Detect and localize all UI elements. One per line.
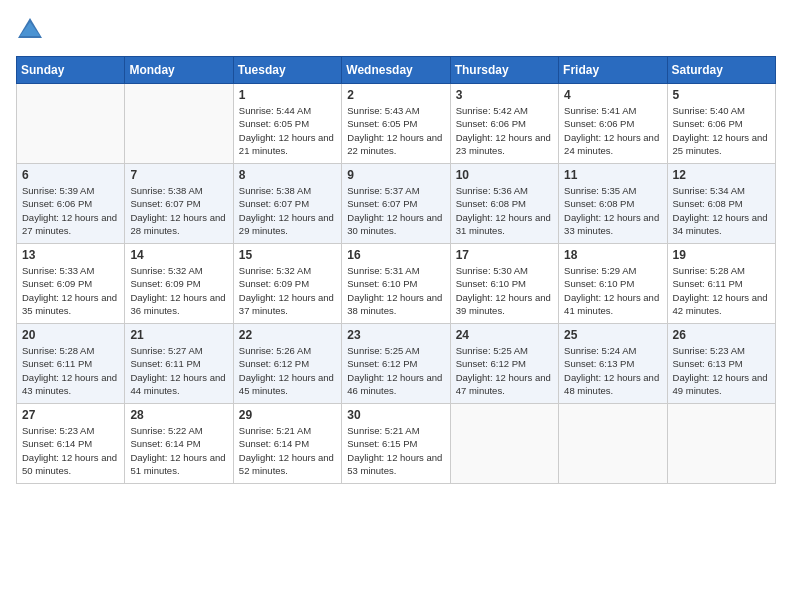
calendar-cell: 11Sunrise: 5:35 AMSunset: 6:08 PMDayligh… — [559, 164, 667, 244]
calendar-cell: 9Sunrise: 5:37 AMSunset: 6:07 PMDaylight… — [342, 164, 450, 244]
logo — [16, 16, 48, 44]
day-number: 17 — [456, 248, 553, 262]
cell-details: Sunrise: 5:41 AMSunset: 6:06 PMDaylight:… — [564, 104, 661, 157]
day-of-week-header: Monday — [125, 57, 233, 84]
calendar-cell: 6Sunrise: 5:39 AMSunset: 6:06 PMDaylight… — [17, 164, 125, 244]
day-number: 10 — [456, 168, 553, 182]
day-number: 5 — [673, 88, 770, 102]
calendar-cell: 5Sunrise: 5:40 AMSunset: 6:06 PMDaylight… — [667, 84, 775, 164]
cell-details: Sunrise: 5:25 AMSunset: 6:12 PMDaylight:… — [347, 344, 444, 397]
cell-details: Sunrise: 5:28 AMSunset: 6:11 PMDaylight:… — [22, 344, 119, 397]
calendar-cell — [450, 404, 558, 484]
calendar-cell: 2Sunrise: 5:43 AMSunset: 6:05 PMDaylight… — [342, 84, 450, 164]
day-number: 20 — [22, 328, 119, 342]
calendar-cell — [559, 404, 667, 484]
day-number: 29 — [239, 408, 336, 422]
day-number: 22 — [239, 328, 336, 342]
day-number: 21 — [130, 328, 227, 342]
day-number: 28 — [130, 408, 227, 422]
calendar-header-row: SundayMondayTuesdayWednesdayThursdayFrid… — [17, 57, 776, 84]
svg-marker-1 — [20, 22, 40, 36]
day-number: 8 — [239, 168, 336, 182]
cell-details: Sunrise: 5:28 AMSunset: 6:11 PMDaylight:… — [673, 264, 770, 317]
day-number: 23 — [347, 328, 444, 342]
cell-details: Sunrise: 5:43 AMSunset: 6:05 PMDaylight:… — [347, 104, 444, 157]
logo-icon — [16, 16, 44, 44]
calendar-cell: 10Sunrise: 5:36 AMSunset: 6:08 PMDayligh… — [450, 164, 558, 244]
calendar-cell: 24Sunrise: 5:25 AMSunset: 6:12 PMDayligh… — [450, 324, 558, 404]
day-number: 4 — [564, 88, 661, 102]
calendar-cell: 25Sunrise: 5:24 AMSunset: 6:13 PMDayligh… — [559, 324, 667, 404]
day-number: 19 — [673, 248, 770, 262]
calendar-week-row: 20Sunrise: 5:28 AMSunset: 6:11 PMDayligh… — [17, 324, 776, 404]
calendar-cell — [667, 404, 775, 484]
calendar-cell: 7Sunrise: 5:38 AMSunset: 6:07 PMDaylight… — [125, 164, 233, 244]
calendar-week-row: 13Sunrise: 5:33 AMSunset: 6:09 PMDayligh… — [17, 244, 776, 324]
calendar-cell: 14Sunrise: 5:32 AMSunset: 6:09 PMDayligh… — [125, 244, 233, 324]
cell-details: Sunrise: 5:32 AMSunset: 6:09 PMDaylight:… — [130, 264, 227, 317]
calendar-cell: 19Sunrise: 5:28 AMSunset: 6:11 PMDayligh… — [667, 244, 775, 324]
calendar-cell: 18Sunrise: 5:29 AMSunset: 6:10 PMDayligh… — [559, 244, 667, 324]
calendar-cell: 12Sunrise: 5:34 AMSunset: 6:08 PMDayligh… — [667, 164, 775, 244]
day-number: 1 — [239, 88, 336, 102]
calendar-week-row: 6Sunrise: 5:39 AMSunset: 6:06 PMDaylight… — [17, 164, 776, 244]
cell-details: Sunrise: 5:26 AMSunset: 6:12 PMDaylight:… — [239, 344, 336, 397]
cell-details: Sunrise: 5:38 AMSunset: 6:07 PMDaylight:… — [130, 184, 227, 237]
day-number: 12 — [673, 168, 770, 182]
calendar-cell — [17, 84, 125, 164]
day-of-week-header: Friday — [559, 57, 667, 84]
day-number: 26 — [673, 328, 770, 342]
cell-details: Sunrise: 5:21 AMSunset: 6:15 PMDaylight:… — [347, 424, 444, 477]
cell-details: Sunrise: 5:27 AMSunset: 6:11 PMDaylight:… — [130, 344, 227, 397]
cell-details: Sunrise: 5:30 AMSunset: 6:10 PMDaylight:… — [456, 264, 553, 317]
cell-details: Sunrise: 5:29 AMSunset: 6:10 PMDaylight:… — [564, 264, 661, 317]
calendar-cell: 4Sunrise: 5:41 AMSunset: 6:06 PMDaylight… — [559, 84, 667, 164]
day-number: 14 — [130, 248, 227, 262]
cell-details: Sunrise: 5:24 AMSunset: 6:13 PMDaylight:… — [564, 344, 661, 397]
day-of-week-header: Tuesday — [233, 57, 341, 84]
calendar-cell: 8Sunrise: 5:38 AMSunset: 6:07 PMDaylight… — [233, 164, 341, 244]
day-number: 30 — [347, 408, 444, 422]
cell-details: Sunrise: 5:22 AMSunset: 6:14 PMDaylight:… — [130, 424, 227, 477]
calendar-cell: 28Sunrise: 5:22 AMSunset: 6:14 PMDayligh… — [125, 404, 233, 484]
day-number: 6 — [22, 168, 119, 182]
cell-details: Sunrise: 5:44 AMSunset: 6:05 PMDaylight:… — [239, 104, 336, 157]
calendar-cell — [125, 84, 233, 164]
day-number: 16 — [347, 248, 444, 262]
calendar-week-row: 1Sunrise: 5:44 AMSunset: 6:05 PMDaylight… — [17, 84, 776, 164]
calendar-cell: 20Sunrise: 5:28 AMSunset: 6:11 PMDayligh… — [17, 324, 125, 404]
day-number: 11 — [564, 168, 661, 182]
day-number: 27 — [22, 408, 119, 422]
day-of-week-header: Wednesday — [342, 57, 450, 84]
calendar-week-row: 27Sunrise: 5:23 AMSunset: 6:14 PMDayligh… — [17, 404, 776, 484]
cell-details: Sunrise: 5:40 AMSunset: 6:06 PMDaylight:… — [673, 104, 770, 157]
calendar-cell: 23Sunrise: 5:25 AMSunset: 6:12 PMDayligh… — [342, 324, 450, 404]
cell-details: Sunrise: 5:39 AMSunset: 6:06 PMDaylight:… — [22, 184, 119, 237]
cell-details: Sunrise: 5:23 AMSunset: 6:14 PMDaylight:… — [22, 424, 119, 477]
calendar-cell: 27Sunrise: 5:23 AMSunset: 6:14 PMDayligh… — [17, 404, 125, 484]
day-number: 18 — [564, 248, 661, 262]
calendar-cell: 22Sunrise: 5:26 AMSunset: 6:12 PMDayligh… — [233, 324, 341, 404]
day-number: 7 — [130, 168, 227, 182]
day-of-week-header: Thursday — [450, 57, 558, 84]
day-number: 13 — [22, 248, 119, 262]
calendar-cell: 13Sunrise: 5:33 AMSunset: 6:09 PMDayligh… — [17, 244, 125, 324]
cell-details: Sunrise: 5:33 AMSunset: 6:09 PMDaylight:… — [22, 264, 119, 317]
calendar-cell: 29Sunrise: 5:21 AMSunset: 6:14 PMDayligh… — [233, 404, 341, 484]
cell-details: Sunrise: 5:21 AMSunset: 6:14 PMDaylight:… — [239, 424, 336, 477]
day-of-week-header: Saturday — [667, 57, 775, 84]
cell-details: Sunrise: 5:23 AMSunset: 6:13 PMDaylight:… — [673, 344, 770, 397]
cell-details: Sunrise: 5:37 AMSunset: 6:07 PMDaylight:… — [347, 184, 444, 237]
cell-details: Sunrise: 5:36 AMSunset: 6:08 PMDaylight:… — [456, 184, 553, 237]
calendar-cell: 17Sunrise: 5:30 AMSunset: 6:10 PMDayligh… — [450, 244, 558, 324]
calendar-cell: 21Sunrise: 5:27 AMSunset: 6:11 PMDayligh… — [125, 324, 233, 404]
day-number: 24 — [456, 328, 553, 342]
day-number: 9 — [347, 168, 444, 182]
page-header — [16, 16, 776, 44]
day-of-week-header: Sunday — [17, 57, 125, 84]
cell-details: Sunrise: 5:42 AMSunset: 6:06 PMDaylight:… — [456, 104, 553, 157]
calendar-cell: 15Sunrise: 5:32 AMSunset: 6:09 PMDayligh… — [233, 244, 341, 324]
calendar-cell: 1Sunrise: 5:44 AMSunset: 6:05 PMDaylight… — [233, 84, 341, 164]
day-number: 25 — [564, 328, 661, 342]
cell-details: Sunrise: 5:25 AMSunset: 6:12 PMDaylight:… — [456, 344, 553, 397]
